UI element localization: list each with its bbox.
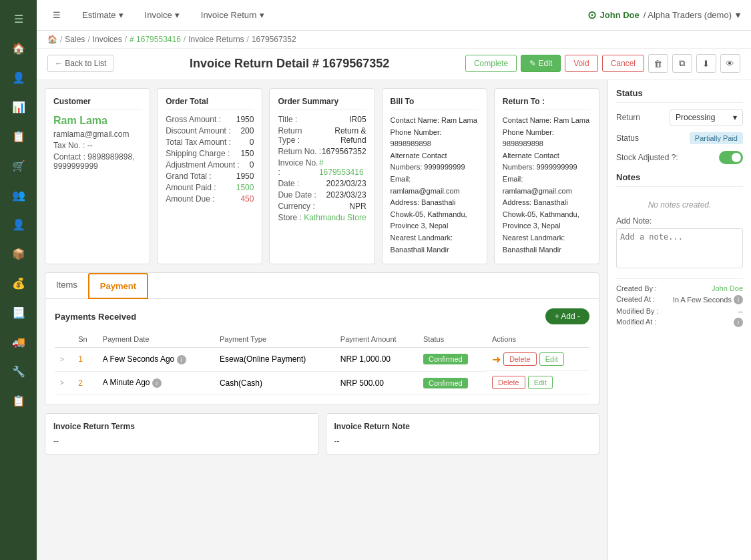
nav-estimate[interactable]: Estimate ▾ (77, 7, 129, 23)
sidebar-truck[interactable]: 🚚 (7, 330, 31, 354)
return-landmark: Nearest Landmark: Banasthali Mandir (503, 232, 591, 256)
sidebar-tools[interactable]: 🔧 (7, 359, 31, 383)
modified-at-value: i (732, 318, 743, 327)
return-alternate: Alternate Contact Numbers: 9999999999 (503, 150, 591, 174)
sn-1[interactable]: 1 (73, 348, 97, 372)
eye-icon-button[interactable]: 👁 (720, 54, 740, 73)
sidebar-home[interactable]: 🏠 (7, 36, 31, 60)
bill-phone: Phone Number: 9898989898 (391, 127, 479, 150)
sidebar-profile[interactable]: 👤 (7, 212, 31, 236)
notes-title: Notes (616, 172, 743, 187)
void-button[interactable]: Void (565, 55, 597, 72)
sidebar-list[interactable]: 📃 (7, 300, 31, 324)
col-expand (55, 331, 73, 348)
table-row: > 1 A Few Seconds Ago i Esewa(Online Pay… (55, 348, 589, 372)
add-note-textarea[interactable] (616, 228, 743, 268)
modified-by-label: Modified By : (616, 307, 659, 315)
content-area: Customer Ram Lama ramlama@gmail.com Tax … (37, 80, 751, 560)
order-total-header: Order Total (166, 97, 254, 109)
page-title: Invoice Return Detail # 1679567352 (190, 57, 389, 71)
invoice-return-note-card: Invoice Return Note -- (326, 413, 600, 455)
invoice-no-row: Invoice No. : # 1679553416 (278, 158, 366, 177)
delete-button-2[interactable]: Delete (492, 376, 525, 389)
sn-2[interactable]: 2 (73, 371, 97, 394)
return-type-row: Return Type : Return & Refund (278, 126, 366, 145)
tab-payment[interactable]: Payment (88, 273, 148, 299)
select-arrow-icon: ▾ (733, 113, 737, 122)
return-no-row: Return No. : 1679567352 (278, 147, 366, 156)
payments-section-title: Payments Received + Add - (55, 308, 589, 324)
arrow-indicator-1: ➜ (492, 353, 501, 366)
delete-icon-button[interactable]: 🗑 (648, 54, 668, 73)
expand-1[interactable]: > (55, 348, 73, 372)
sidebar: ☰ 🏠 👤 📊 📋 🛒 👥 👤 📦 💰 📃 🚚 🔧 📋 (0, 0, 37, 560)
tab-items[interactable]: Items (45, 273, 88, 299)
nav-invoice-return[interactable]: Invoice Return ▾ (196, 7, 270, 23)
back-button[interactable]: ← Back to List (47, 55, 113, 72)
edit-button[interactable]: ✎ Edit (521, 55, 561, 72)
bill-alternate: Alternate Contact Numbers: 9999999999 (391, 150, 479, 174)
due-date-row: Due Date : 2023/03/23 (278, 190, 366, 200)
sidebar-menu[interactable]: 📋 (7, 388, 31, 412)
bill-address: Address: Banasthali Chowk-05, Kathmandu,… (391, 197, 479, 232)
date-2: A Minute Ago i (97, 371, 214, 394)
download-icon-button[interactable]: ⬇ (696, 54, 716, 73)
breadcrumb-current: 1679567352 (252, 35, 296, 44)
info-icon-1[interactable]: i (177, 355, 186, 364)
edit-button-1[interactable]: Edit (539, 352, 564, 366)
sidebar-users[interactable]: 👥 (7, 183, 31, 207)
created-at-info-icon[interactable]: i (734, 295, 743, 304)
currency-row: Currency : NPR (278, 202, 366, 211)
complete-button[interactable]: Complete (465, 55, 517, 72)
status-1: Confirmed (418, 348, 487, 372)
stock-adjusted-label: Stock Adjusted ?: (616, 153, 678, 162)
return-email: Email: ramlama@gmail.com (503, 174, 591, 197)
tabs-section: Items Payment Payments Received + Add - … (45, 272, 599, 405)
user-name: John Doe (600, 10, 640, 20)
add-note-label: Add Note: (616, 216, 743, 226)
invoice-no-link[interactable]: # 1679553416 (319, 158, 366, 177)
col-payment-type: Payment Type (214, 331, 335, 348)
expand-2[interactable]: > (55, 371, 73, 394)
stock-adjusted-toggle[interactable] (719, 151, 743, 164)
breadcrumb-home[interactable]: 🏠 (47, 35, 57, 44)
user-menu[interactable]: ⊙ John Doe / Alpha Traders (demo) ▾ (587, 9, 740, 21)
breadcrumb-invoice-no[interactable]: # 1679553416 (130, 35, 181, 44)
created-by-value: John Doe (712, 284, 743, 292)
modified-at-info-icon[interactable]: i (734, 318, 743, 327)
created-at-row: Created At : In A Few Seconds i (616, 295, 743, 304)
status-2: Confirmed (418, 371, 487, 394)
status-badge-1: Confirmed (423, 354, 468, 364)
customer-header: Customer (53, 97, 142, 109)
sidebar-package[interactable]: 📦 (7, 242, 31, 266)
breadcrumb-sales[interactable]: Sales (65, 35, 85, 44)
return-status-select[interactable]: Processing ▾ (670, 109, 743, 125)
hamburger-menu[interactable]: ☰ (47, 7, 66, 23)
nav-invoice[interactable]: Invoice ▾ (140, 7, 185, 23)
sidebar-hamburger[interactable]: ☰ (7, 7, 31, 31)
cancel-button[interactable]: Cancel (602, 55, 644, 72)
sidebar-cart[interactable]: 🛒 (7, 154, 31, 178)
breadcrumb-invoice-returns[interactable]: Invoice Returns (188, 35, 244, 44)
return-address: Address: Banasthali Chowk-05, Kathmandu,… (503, 197, 591, 232)
breadcrumb-invoices[interactable]: Invoices (93, 35, 122, 44)
col-actions: Actions (487, 331, 589, 348)
user-arrow: ▾ (736, 10, 740, 20)
sidebar-money[interactable]: 💰 (7, 271, 31, 295)
info-icon-2[interactable]: i (152, 378, 162, 388)
bill-landmark: Nearest Landmark: Banasthali Mandir (391, 232, 479, 256)
delete-button-1[interactable]: Delete (503, 352, 537, 366)
sidebar-clipboard[interactable]: 📋 (7, 124, 31, 148)
invoice-label: Invoice (145, 10, 172, 20)
bill-to-card: Bill To Contact Name: Ram Lama Phone Num… (382, 88, 487, 264)
copy-icon-button[interactable]: ⧉ (672, 54, 692, 73)
sidebar-chart[interactable]: 📊 (7, 95, 31, 119)
store-link[interactable]: Kathmandu Store (304, 213, 366, 222)
created-by-label: Created By : (616, 284, 657, 292)
edit-button-2[interactable]: Edit (528, 376, 553, 389)
sidebar-user[interactable]: 👤 (7, 65, 31, 89)
return-status-label: Return (616, 113, 640, 122)
add-payment-button[interactable]: + Add - (545, 308, 589, 324)
adjustment-row: Adjustment Amount : 0 (166, 160, 254, 170)
return-status-field: Return Processing ▾ (616, 109, 743, 125)
